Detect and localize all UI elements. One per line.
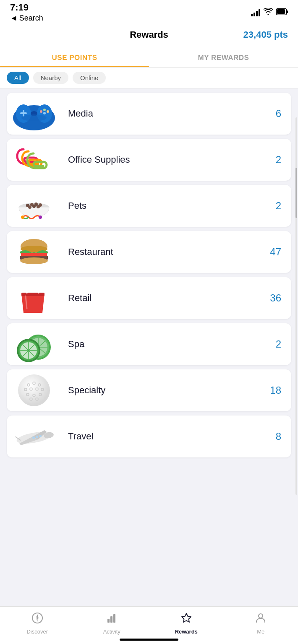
category-image-office-supplies [7, 139, 61, 181]
star-icon [180, 612, 192, 627]
svg-point-58 [36, 436, 38, 438]
nav-item-rewards[interactable]: Rewards [149, 607, 224, 640]
category-count-office-supplies: 2 [270, 154, 291, 166]
category-label-spa: Spa [61, 339, 270, 350]
tab-my-rewards[interactable]: MY REWARDS [149, 47, 298, 67]
category-count-spa: 2 [270, 338, 291, 350]
category-image-travel [7, 415, 61, 457]
svg-point-57 [39, 435, 42, 437]
category-label-restaurant: Restaurant [61, 247, 270, 257]
back-search[interactable]: ◄ Search [10, 13, 43, 23]
category-count-media: 6 [270, 108, 291, 119]
category-list: Media 6 Office Supplies 2 [0, 93, 298, 504]
category-count-restaurant: 47 [270, 246, 291, 258]
svg-marker-63 [36, 618, 39, 622]
category-label-media: Media [61, 108, 270, 119]
nav-label-discover: Discover [26, 628, 48, 635]
nav-label-me: Me [257, 628, 264, 635]
scroll-thumb[interactable] [295, 168, 297, 218]
category-image-media [7, 93, 61, 135]
nav-item-activity[interactable]: Activity [75, 607, 149, 640]
category-card-pets[interactable]: Pets 2 [7, 185, 291, 227]
svg-rect-7 [23, 110, 24, 117]
svg-point-42 [18, 374, 50, 406]
filter-chip-all[interactable]: All [7, 72, 29, 84]
category-card-spa[interactable]: Spa 2 [7, 323, 291, 365]
svg-point-9 [43, 109, 46, 111]
svg-rect-27 [21, 293, 44, 296]
signal-icon [251, 9, 260, 16]
status-bar: 7:19 ◄ Search [0, 0, 298, 23]
svg-point-68 [259, 614, 263, 618]
category-label-pets: Pets [61, 200, 270, 211]
filter-chip-online[interactable]: Online [73, 72, 106, 84]
filter-chip-nearby[interactable]: Nearby [33, 72, 68, 84]
svg-point-22 [21, 216, 24, 219]
category-label-office-supplies: Office Supplies [61, 154, 270, 165]
svg-point-19 [28, 205, 31, 209]
list-container: Media 6 Office Supplies 2 [0, 93, 298, 457]
svg-point-61 [37, 617, 38, 619]
category-card-restaurant[interactable]: Restaurant 47 [7, 231, 291, 273]
person-icon [255, 612, 267, 627]
category-card-media[interactable]: Media 6 [7, 93, 291, 135]
svg-rect-65 [110, 616, 112, 623]
search-label: Search [19, 14, 43, 23]
svg-rect-66 [113, 614, 115, 623]
category-card-office-supplies[interactable]: Office Supplies 2 [7, 139, 291, 181]
category-image-restaurant [7, 231, 61, 273]
battery-icon [276, 8, 288, 17]
svg-point-13 [21, 114, 47, 121]
svg-point-59 [32, 436, 35, 439]
tab-bar: USE POINTS MY REWARDS [0, 47, 298, 68]
category-card-retail[interactable]: Retail 36 [7, 277, 291, 319]
scroll-track [295, 117, 297, 495]
svg-point-23 [39, 216, 42, 219]
home-indicator [120, 639, 178, 641]
svg-point-21 [37, 205, 40, 208]
wifi-icon [264, 8, 273, 18]
category-count-retail: 36 [270, 292, 291, 304]
nav-item-me[interactable]: Me [224, 607, 298, 640]
category-card-specialty[interactable]: Specialty 18 [7, 369, 291, 411]
nav-item-discover[interactable]: Discover [0, 607, 75, 640]
svg-point-20 [32, 205, 36, 208]
status-left: 7:19 ◄ Search [10, 3, 43, 22]
category-count-travel: 8 [270, 431, 291, 442]
category-label-specialty: Specialty [61, 385, 270, 396]
back-arrow-icon: ◄ [10, 14, 18, 23]
svg-rect-1 [287, 10, 288, 13]
category-image-spa [7, 323, 61, 365]
category-count-pets: 2 [270, 200, 291, 212]
compass-icon [31, 612, 43, 627]
svg-marker-67 [182, 613, 191, 622]
tab-use-points[interactable]: USE POINTS [0, 47, 149, 67]
category-image-specialty [7, 369, 61, 411]
svg-point-10 [47, 110, 49, 113]
page-title: Rewards [130, 29, 168, 40]
category-image-retail [7, 277, 61, 319]
category-label-travel: Travel [61, 431, 270, 442]
svg-point-8 [40, 110, 42, 113]
nav-label-rewards: Rewards [175, 628, 198, 635]
category-image-pets [7, 185, 61, 227]
filter-row: All Nearby Online [0, 68, 298, 88]
page-header: Rewards 23,405 pts [0, 23, 298, 47]
category-count-specialty: 18 [270, 384, 291, 396]
svg-rect-64 [107, 619, 110, 623]
category-label-retail: Retail [61, 293, 270, 304]
status-icons [251, 8, 288, 18]
svg-point-26 [20, 257, 48, 264]
nav-label-activity: Activity [103, 628, 120, 635]
points-display: 23,405 pts [243, 29, 288, 40]
svg-marker-62 [36, 614, 39, 618]
category-card-travel[interactable]: Travel 8 [7, 415, 291, 457]
svg-rect-2 [277, 9, 285, 14]
svg-point-11 [43, 112, 46, 114]
bar-chart-icon [106, 612, 118, 627]
status-time: 7:19 [10, 3, 43, 13]
